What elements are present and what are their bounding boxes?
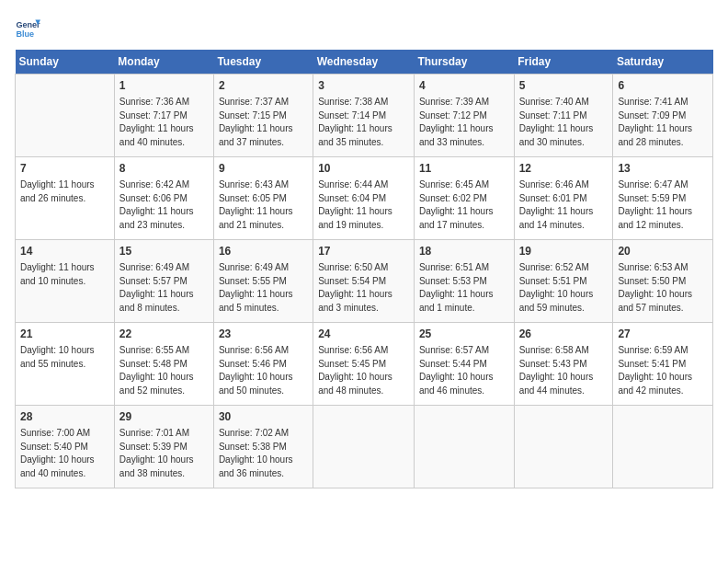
cal-cell: 3Sunrise: 7:38 AM Sunset: 7:14 PM Daylig… — [313, 75, 415, 157]
cal-cell — [514, 406, 613, 488]
cal-cell — [16, 75, 115, 157]
svg-text:Blue: Blue — [16, 29, 34, 39]
cal-cell: 8Sunrise: 6:42 AM Sunset: 6:06 PM Daylig… — [114, 157, 213, 240]
day-number: 20 — [618, 244, 708, 259]
cal-cell: 14Daylight: 11 hours and 10 minutes. — [16, 240, 115, 323]
day-number: 4 — [419, 78, 509, 94]
col-header-saturday: Saturday — [613, 50, 713, 75]
day-number: 10 — [318, 161, 409, 177]
cal-cell: 16Sunrise: 6:49 AM Sunset: 5:55 PM Dayli… — [213, 240, 313, 323]
day-number: 1 — [119, 78, 209, 94]
cal-cell: 23Sunrise: 6:56 AM Sunset: 5:46 PM Dayli… — [213, 323, 313, 406]
day-number: 18 — [419, 244, 509, 259]
day-number: 29 — [119, 409, 209, 425]
day-detail: Sunrise: 7:36 AM Sunset: 7:17 PM Dayligh… — [119, 96, 209, 149]
cal-cell: 26Sunrise: 6:58 AM Sunset: 5:43 PM Dayli… — [514, 323, 613, 406]
day-detail: Sunrise: 6:59 AM Sunset: 5:41 PM Dayligh… — [618, 344, 708, 397]
col-header-sunday: Sunday — [16, 50, 115, 75]
day-detail: Sunrise: 6:56 AM Sunset: 5:45 PM Dayligh… — [318, 344, 409, 397]
cal-cell: 17Sunrise: 6:50 AM Sunset: 5:54 PM Dayli… — [313, 240, 415, 323]
day-number: 23 — [219, 327, 308, 342]
cal-cell: 21Daylight: 10 hours and 55 minutes. — [16, 323, 115, 406]
cal-cell: 6Sunrise: 7:41 AM Sunset: 7:09 PM Daylig… — [613, 75, 713, 157]
day-detail: Sunrise: 7:37 AM Sunset: 7:15 PM Dayligh… — [219, 96, 308, 149]
cal-cell: 20Sunrise: 6:53 AM Sunset: 5:50 PM Dayli… — [613, 240, 713, 323]
day-detail: Sunrise: 7:40 AM Sunset: 7:11 PM Dayligh… — [519, 96, 609, 149]
day-number: 11 — [419, 161, 509, 177]
day-number: 16 — [219, 244, 308, 259]
day-number: 12 — [519, 161, 609, 177]
col-header-monday: Monday — [114, 50, 213, 75]
day-detail: Sunrise: 6:43 AM Sunset: 6:05 PM Dayligh… — [219, 178, 308, 232]
day-detail: Daylight: 11 hours and 26 minutes. — [20, 178, 109, 205]
day-detail: Daylight: 10 hours and 55 minutes. — [20, 344, 109, 371]
day-number: 19 — [519, 244, 609, 259]
day-detail: Sunrise: 6:49 AM Sunset: 5:55 PM Dayligh… — [219, 261, 308, 315]
day-number: 28 — [20, 409, 109, 425]
day-number: 6 — [618, 78, 708, 94]
day-number: 15 — [119, 244, 209, 259]
day-detail: Sunrise: 6:44 AM Sunset: 6:04 PM Dayligh… — [318, 178, 409, 232]
cal-cell: 30Sunrise: 7:02 AM Sunset: 5:38 PM Dayli… — [213, 406, 313, 488]
day-number: 7 — [20, 161, 109, 177]
day-detail: Sunrise: 6:52 AM Sunset: 5:51 PM Dayligh… — [519, 261, 609, 315]
day-number: 24 — [318, 327, 409, 342]
cal-cell: 10Sunrise: 6:44 AM Sunset: 6:04 PM Dayli… — [313, 157, 415, 240]
cal-cell: 7Daylight: 11 hours and 26 minutes. — [16, 157, 115, 240]
day-number: 27 — [618, 327, 708, 342]
cal-cell: 1Sunrise: 7:36 AM Sunset: 7:17 PM Daylig… — [114, 75, 213, 157]
cal-cell — [313, 406, 415, 488]
day-detail: Sunrise: 6:56 AM Sunset: 5:46 PM Dayligh… — [219, 344, 308, 397]
day-detail: Sunrise: 6:53 AM Sunset: 5:50 PM Dayligh… — [618, 261, 708, 315]
cal-cell: 13Sunrise: 6:47 AM Sunset: 5:59 PM Dayli… — [613, 157, 713, 240]
day-number: 25 — [419, 327, 509, 342]
week-row-1: 1Sunrise: 7:36 AM Sunset: 7:17 PM Daylig… — [16, 75, 713, 157]
day-number: 5 — [519, 78, 609, 94]
cal-cell: 12Sunrise: 6:46 AM Sunset: 6:01 PM Dayli… — [514, 157, 613, 240]
header: General Blue — [15, 15, 713, 40]
day-detail: Sunrise: 6:49 AM Sunset: 5:57 PM Dayligh… — [119, 261, 209, 315]
day-detail: Daylight: 11 hours and 10 minutes. — [20, 261, 109, 288]
cal-cell — [414, 406, 514, 488]
day-number: 13 — [618, 161, 708, 177]
cal-cell: 28Sunrise: 7:00 AM Sunset: 5:40 PM Dayli… — [16, 406, 115, 488]
day-detail: Sunrise: 7:41 AM Sunset: 7:09 PM Dayligh… — [618, 96, 708, 149]
cal-cell: 24Sunrise: 6:56 AM Sunset: 5:45 PM Dayli… — [313, 323, 415, 406]
cal-cell: 29Sunrise: 7:01 AM Sunset: 5:39 PM Dayli… — [114, 406, 213, 488]
day-detail: Sunrise: 6:42 AM Sunset: 6:06 PM Dayligh… — [119, 178, 209, 232]
week-row-4: 21Daylight: 10 hours and 55 minutes.22Su… — [16, 323, 713, 406]
day-number: 9 — [219, 161, 308, 177]
day-number: 2 — [219, 78, 308, 94]
day-detail: Sunrise: 6:50 AM Sunset: 5:54 PM Dayligh… — [318, 261, 409, 315]
day-detail: Sunrise: 6:57 AM Sunset: 5:44 PM Dayligh… — [419, 344, 509, 397]
day-detail: Sunrise: 7:02 AM Sunset: 5:38 PM Dayligh… — [219, 427, 308, 480]
cal-cell: 22Sunrise: 6:55 AM Sunset: 5:48 PM Dayli… — [114, 323, 213, 406]
day-detail: Sunrise: 6:46 AM Sunset: 6:01 PM Dayligh… — [519, 178, 609, 232]
calendar-table: SundayMondayTuesdayWednesdayThursdayFrid… — [15, 50, 713, 488]
day-number: 3 — [318, 78, 409, 94]
cal-cell: 27Sunrise: 6:59 AM Sunset: 5:41 PM Dayli… — [613, 323, 713, 406]
week-row-5: 28Sunrise: 7:00 AM Sunset: 5:40 PM Dayli… — [16, 406, 713, 488]
logo-icon: General Blue — [15, 15, 40, 40]
cal-cell: 5Sunrise: 7:40 AM Sunset: 7:11 PM Daylig… — [514, 75, 613, 157]
day-number: 21 — [20, 327, 109, 342]
day-detail: Sunrise: 6:51 AM Sunset: 5:53 PM Dayligh… — [419, 261, 509, 315]
day-detail: Sunrise: 6:58 AM Sunset: 5:43 PM Dayligh… — [519, 344, 609, 397]
day-detail: Sunrise: 6:45 AM Sunset: 6:02 PM Dayligh… — [419, 178, 509, 232]
col-header-thursday: Thursday — [414, 50, 514, 75]
day-number: 8 — [119, 161, 209, 177]
day-number: 17 — [318, 244, 409, 259]
col-header-tuesday: Tuesday — [213, 50, 313, 75]
col-header-wednesday: Wednesday — [313, 50, 415, 75]
day-detail: Sunrise: 7:01 AM Sunset: 5:39 PM Dayligh… — [119, 427, 209, 480]
day-detail: Sunrise: 7:38 AM Sunset: 7:14 PM Dayligh… — [318, 96, 409, 149]
day-detail: Sunrise: 6:55 AM Sunset: 5:48 PM Dayligh… — [119, 344, 209, 397]
cal-cell: 18Sunrise: 6:51 AM Sunset: 5:53 PM Dayli… — [414, 240, 514, 323]
cal-cell: 4Sunrise: 7:39 AM Sunset: 7:12 PM Daylig… — [414, 75, 514, 157]
cal-cell — [613, 406, 713, 488]
cal-cell: 11Sunrise: 6:45 AM Sunset: 6:02 PM Dayli… — [414, 157, 514, 240]
day-number: 14 — [20, 244, 109, 259]
day-number: 22 — [119, 327, 209, 342]
col-header-friday: Friday — [514, 50, 613, 75]
day-detail: Sunrise: 7:00 AM Sunset: 5:40 PM Dayligh… — [20, 427, 109, 480]
